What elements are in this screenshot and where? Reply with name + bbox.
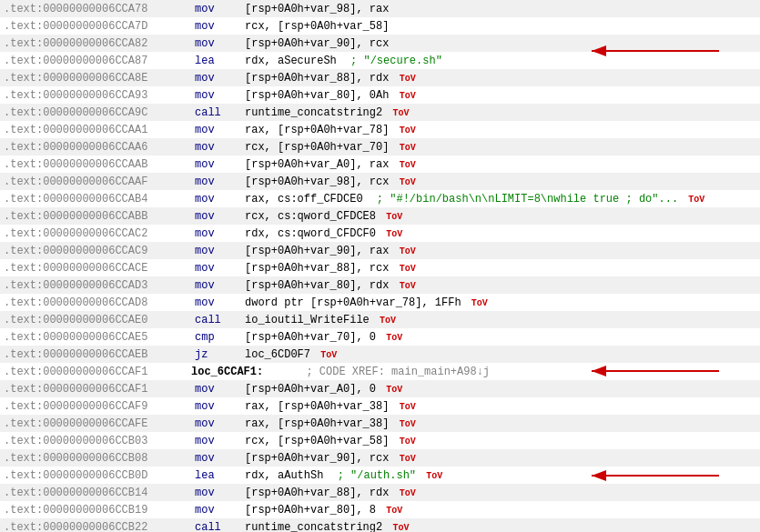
address-cell: .text:00000000006CCAC9 bbox=[0, 242, 191, 259]
mnemonic-cell: mov bbox=[191, 449, 241, 467]
operands-cell: loc_6CD0F7 ToV bbox=[241, 346, 760, 363]
tov-badge: ToV bbox=[400, 437, 416, 447]
operands: runtime_concatstring2 bbox=[245, 106, 382, 119]
address-cell: .text:00000000006CCB14 bbox=[0, 484, 191, 501]
tov-badge: ToV bbox=[386, 506, 402, 516]
mnemonic-cell: mov bbox=[191, 484, 241, 501]
operands-cell: [rsp+0A0h+var_80], rdx ToV bbox=[241, 276, 760, 294]
mnemonic-cell: mov bbox=[191, 259, 241, 276]
address-cell: .text:00000000006CCAFE bbox=[0, 415, 191, 432]
operands-cell: rcx, cs:qword_CFDCE8 ToV bbox=[241, 207, 760, 225]
operands-cell: rax, [rsp+0A0h+var_78] ToV bbox=[241, 121, 760, 138]
tov-badge: ToV bbox=[400, 281, 416, 291]
address-cell: .text:00000000006CCAE0 bbox=[0, 311, 191, 328]
mnemonic-cell: mov bbox=[191, 86, 241, 104]
operands-cell: rdx, aAuthSh ; "/auth.sh" ToV bbox=[241, 467, 760, 484]
operands-cell: rcx, [rsp+0A0h+var_70] ToV bbox=[241, 138, 760, 156]
tov-badge: ToV bbox=[400, 177, 416, 187]
table-row: .text:00000000006CCAEB jz loc_6CD0F7 ToV bbox=[0, 346, 760, 363]
operands: [rsp+0A0h+var_88], rcx bbox=[245, 262, 389, 275]
operands: rcx, [rsp+0A0h+var_70] bbox=[245, 141, 389, 154]
table-row: .text:00000000006CCB08 mov [rsp+0A0h+var… bbox=[0, 449, 760, 467]
tov-badge: ToV bbox=[400, 488, 416, 498]
address-cell: .text:00000000006CCAB4 bbox=[0, 190, 191, 207]
operands: runtime_concatstring2 bbox=[245, 521, 382, 533]
operands: [rsp+0A0h+var_98], rcx bbox=[245, 176, 389, 188]
operands-cell: rdx, aSecureSh ; "/secure.sh" bbox=[241, 52, 760, 69]
address-cell: .text:00000000006CCAD3 bbox=[0, 276, 191, 294]
tov-badge: ToV bbox=[400, 125, 416, 136]
address-cell: .text:00000000006CCAEB bbox=[0, 346, 191, 363]
table-row: .text:00000000006CCAD8 mov dword ptr [rs… bbox=[0, 294, 760, 311]
address-cell: .text:00000000006CCA8E bbox=[0, 69, 191, 86]
operands-cell: [rsp+0A0h+var_88], rcx ToV bbox=[241, 259, 760, 276]
table-row: .text:00000000006CCA8E mov [rsp+0A0h+var… bbox=[0, 69, 760, 86]
mnemonic-cell: mov bbox=[191, 156, 241, 173]
operands-cell: rax, [rsp+0A0h+var_38] ToV bbox=[241, 415, 760, 432]
table-row: .text:00000000006CCA93 mov [rsp+0A0h+var… bbox=[0, 86, 760, 104]
mnemonic-cell: mov bbox=[191, 225, 241, 242]
mnemonic-cell: mov bbox=[191, 173, 241, 190]
operands: rdx, aSecureSh bbox=[245, 55, 337, 67]
table-row: .text:00000000006CCAF1 mov [rsp+0A0h+var… bbox=[0, 380, 760, 397]
comment-spacer: ; "/auth.sh" bbox=[330, 469, 416, 482]
tov-badge: ToV bbox=[400, 246, 416, 256]
operands-cell: [rsp+0A0h+var_88], rdx ToV bbox=[241, 484, 760, 501]
table-row: .text:00000000006CCA9C call runtime_conc… bbox=[0, 104, 760, 121]
address-cell: .text:00000000006CCAF1 bbox=[0, 363, 191, 380]
operands-cell: [rsp+0A0h+var_80], 8 ToV bbox=[241, 501, 760, 518]
comment-spacer: ; "#!/bin/bash\n\nLIMIT=8\nwhile true ; … bbox=[370, 193, 678, 206]
operands: rcx, [rsp+0A0h+var_58] bbox=[245, 435, 389, 447]
tov-badge: ToV bbox=[386, 229, 402, 239]
table-row: .text:00000000006CCA87 lea rdx, aSecureS… bbox=[0, 52, 760, 69]
table-row: .text:00000000006CCB22 call runtime_conc… bbox=[0, 518, 760, 532]
mnemonic-cell: cmp bbox=[191, 328, 241, 346]
table-row: .text:00000000006CCAFE mov rax, [rsp+0A0… bbox=[0, 415, 760, 432]
code-xref-comment: ; CODE XREF: main_main+A98↓j bbox=[269, 366, 490, 378]
tov-badge: ToV bbox=[400, 160, 416, 170]
operands-cell: runtime_concatstring2 ToV bbox=[241, 518, 760, 532]
mnemonic-cell: mov bbox=[191, 17, 241, 35]
string-comment: ; "/secure.sh" bbox=[350, 55, 442, 67]
address-cell: .text:00000000006CCAE5 bbox=[0, 328, 191, 346]
operands: loc_6CD0F7 bbox=[245, 348, 310, 361]
tov-badge: ToV bbox=[426, 471, 442, 481]
mnemonic-cell: lea bbox=[191, 52, 241, 69]
table-row: .text:00000000006CCA7D mov rcx, [rsp+0A0… bbox=[0, 17, 760, 35]
table-row: .text:00000000006CCAC2 mov rdx, cs:qword… bbox=[0, 225, 760, 242]
table-row: .text:00000000006CCB14 mov [rsp+0A0h+var… bbox=[0, 484, 760, 501]
disassembly-view: .text:00000000006CCA78 mov [rsp+0A0h+var… bbox=[0, 0, 760, 532]
address-cell: .text:00000000006CCAAB bbox=[0, 156, 191, 173]
tov-badge: ToV bbox=[320, 350, 337, 360]
tov-badge: ToV bbox=[400, 74, 416, 84]
operands: [rsp+0A0h+var_90], rcx bbox=[245, 452, 389, 465]
mnemonic-cell: mov bbox=[191, 207, 241, 225]
operands: io_ioutil_WriteFile bbox=[245, 314, 370, 326]
mnemonic-cell: call bbox=[191, 104, 241, 121]
address-cell: .text:00000000006CCB22 bbox=[0, 518, 191, 532]
operands-cell: [rsp+0A0h+var_98], rcx ToV bbox=[241, 173, 760, 190]
mnemonic-cell: lea bbox=[191, 467, 241, 484]
mnemonic-cell: mov bbox=[191, 242, 241, 259]
address-cell: .text:00000000006CCA87 bbox=[0, 52, 191, 69]
mnemonic-cell: mov bbox=[191, 190, 241, 207]
table-row: .text:00000000006CCAE5 cmp [rsp+0A0h+var… bbox=[0, 328, 760, 346]
tov-badge: ToV bbox=[400, 454, 416, 464]
operands: [rsp+0A0h+var_88], rdx bbox=[245, 487, 389, 499]
operands: [rsp+0A0h+var_88], rdx bbox=[245, 72, 389, 85]
operands: [rsp+0A0h+var_80], 0Ah bbox=[245, 89, 389, 102]
address-cell: .text:00000000006CCABB bbox=[0, 207, 191, 225]
operands-cell: [rsp+0A0h+var_90], rcx bbox=[241, 35, 760, 52]
address-cell: .text:00000000006CCA93 bbox=[0, 86, 191, 104]
table-row: .text:00000000006CCB19 mov [rsp+0A0h+var… bbox=[0, 501, 760, 518]
table-row: .text:00000000006CCABB mov rcx, cs:qword… bbox=[0, 207, 760, 225]
mnemonic-cell: mov bbox=[191, 0, 241, 17]
mnemonic-cell: mov bbox=[191, 121, 241, 138]
tov-badge: ToV bbox=[386, 385, 402, 395]
operands-cell: rdx, cs:qword_CFDCF0 ToV bbox=[241, 225, 760, 242]
mnemonic-cell: mov bbox=[191, 415, 241, 432]
table-row: .text:00000000006CCAAF mov [rsp+0A0h+var… bbox=[0, 173, 760, 190]
address-cell: .text:00000000006CCAF9 bbox=[0, 397, 191, 415]
tov-badge: ToV bbox=[386, 333, 402, 343]
address-cell: .text:00000000006CCB08 bbox=[0, 449, 191, 467]
